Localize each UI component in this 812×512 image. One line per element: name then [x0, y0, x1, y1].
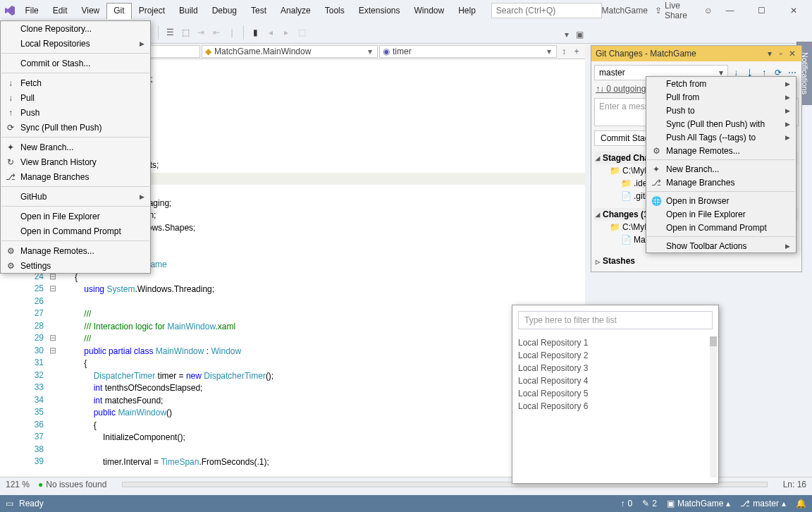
crumb-class[interactable]: ◆ MatchGame.MainWindow ▾: [202, 45, 378, 58]
git-menu-item[interactable]: Commit or Stash...: [1, 56, 150, 71]
git-ctx-item[interactable]: Fetch from▶: [646, 77, 796, 90]
search-input[interactable]: Search (Ctrl+Q): [491, 3, 602, 18]
git-menu-item[interactable]: Open in Command Prompt: [1, 224, 150, 238]
git-menu-item[interactable]: GitHub▶: [1, 189, 150, 204]
git-menu: Clone Repository...Local Repositories▶Co…: [0, 20, 151, 274]
menu-icon: ⚙: [5, 261, 16, 271]
menu-git[interactable]: Git: [106, 3, 131, 19]
repo-filter-input[interactable]: Type here to filter the list: [518, 311, 713, 329]
menu-test[interactable]: Test: [244, 3, 273, 18]
vs-logo: [3, 2, 16, 19]
git-menu-item[interactable]: ↓Fetch: [1, 75, 150, 90]
menu-edit[interactable]: Edit: [46, 3, 75, 18]
tool-icon[interactable]: ☰: [163, 25, 177, 39]
stashes-header[interactable]: Stashes: [594, 253, 799, 269]
git-menu-item[interactable]: Open in File Explorer: [1, 209, 150, 224]
git-ctx-item[interactable]: ⎇Manage Branches: [646, 176, 796, 189]
notifications-icon[interactable]: 🔔: [796, 499, 806, 508]
crumb-member[interactable]: ◉ timer ▾: [379, 45, 557, 58]
git-menu-item[interactable]: ⎇Manage Branches: [1, 169, 150, 184]
git-menu-item[interactable]: Local Repositories▶: [1, 36, 150, 51]
menu-window[interactable]: Window: [407, 3, 451, 18]
git-menu-item[interactable]: ⚙Manage Remotes...: [1, 243, 150, 258]
menu-icon: ⚙: [5, 246, 16, 256]
menu-icon: ↻: [5, 157, 16, 167]
menu-view[interactable]: View: [74, 3, 106, 18]
menu-tools[interactable]: Tools: [318, 3, 352, 18]
menu-debug[interactable]: Debug: [205, 3, 244, 18]
tool-icon[interactable]: ▸: [279, 25, 293, 39]
live-share-button[interactable]: ⇪ Live Share: [648, 1, 703, 20]
chevron-right-icon: ▶: [785, 107, 790, 114]
scrollbar[interactable]: [710, 336, 717, 477]
menu-project[interactable]: Project: [132, 3, 172, 18]
close-icon[interactable]: ✕: [787, 49, 797, 59]
split-horiz-icon[interactable]: ↕: [558, 46, 570, 57]
tool-icon[interactable]: ⬚: [178, 25, 192, 39]
pin-icon[interactable]: ▫: [776, 49, 786, 59]
git-ctx-item[interactable]: Push to▶: [646, 104, 796, 117]
git-menu-item[interactable]: Clone Repository...: [1, 21, 150, 36]
tool-icon[interactable]: |: [225, 25, 239, 39]
menu-analyze[interactable]: Analyze: [273, 3, 318, 18]
menu-help[interactable]: Help: [451, 3, 483, 18]
chevron-right-icon: ▶: [785, 121, 790, 128]
file-icon: 📄: [621, 191, 631, 201]
repo-item[interactable]: Local Repository 4: [518, 374, 713, 387]
menu-icon: ⎇: [651, 178, 662, 188]
repo-item[interactable]: Local Repository 3: [518, 362, 713, 374]
git-menu-item[interactable]: ↓Pull: [1, 90, 150, 105]
git-ctx-item[interactable]: Push All Tags (--tags) to▶: [646, 130, 796, 144]
git-menu-item[interactable]: ↻View Branch History: [1, 154, 150, 169]
git-menu-item[interactable]: ↑Push: [1, 105, 150, 120]
menu-file[interactable]: File: [18, 3, 45, 18]
pin-icon[interactable]: ▣: [574, 29, 585, 40]
bookmark-icon[interactable]: ▮: [248, 25, 262, 39]
menu-icon: ⚙: [651, 146, 662, 156]
tool-icon[interactable]: ⇥: [194, 25, 208, 39]
window-title: MatchGame: [602, 6, 648, 16]
dropdown-icon[interactable]: ▾: [765, 49, 775, 59]
git-menu-item[interactable]: ⟳Sync (Pull then Push): [1, 120, 150, 135]
repo-item[interactable]: Local Repository 6: [518, 400, 713, 413]
chevron-right-icon: ▶: [785, 80, 790, 87]
file-icon: 📁: [610, 222, 620, 232]
menu-build[interactable]: Build: [172, 3, 205, 18]
chevron-right-icon: ▶: [785, 243, 790, 250]
git-changes-title: Git Changes - MatchGame ▾ ▫ ✕: [591, 46, 801, 61]
repo-item[interactable]: Local Repository 2: [518, 349, 713, 362]
git-ctx-item[interactable]: 🌐Open in Browser: [646, 194, 796, 207]
zoom-level[interactable]: 121 %: [6, 480, 30, 489]
tool-icon[interactable]: ⬚: [295, 25, 309, 39]
tool-icon[interactable]: ⇤: [209, 25, 223, 39]
add-icon[interactable]: +: [571, 46, 582, 57]
code-content[interactable]: ;.Collections.Generic;.Linq;.Text;.Threa…: [75, 59, 585, 480]
close-button[interactable]: ✕: [777, 0, 809, 21]
menu-extensions[interactable]: Extensions: [352, 3, 407, 18]
feedback-icon[interactable]: ▭: [6, 499, 13, 508]
split-icon[interactable]: ▾: [561, 29, 572, 40]
project-indicator[interactable]: ▣ MatchGame ▴: [667, 499, 730, 508]
branch-indicator[interactable]: ⎇ master ▴: [740, 499, 786, 508]
repo-item[interactable]: Local Repository 5: [518, 387, 713, 400]
git-ctx-item[interactable]: Pull from▶: [646, 90, 796, 104]
maximize-button[interactable]: ☐: [746, 0, 777, 21]
user-icon[interactable]: ☺: [703, 6, 714, 16]
tool-icon[interactable]: ◂: [264, 25, 278, 39]
git-ctx-item[interactable]: ⚙Manage Remotes...: [646, 144, 796, 157]
issues-indicator[interactable]: ●No issues found: [38, 480, 106, 489]
git-menu-item[interactable]: ⚙Settings: [1, 258, 150, 273]
git-ctx-item[interactable]: ✦New Branch...: [646, 162, 796, 176]
git-ctx-item[interactable]: Sync (Pull then Push) with▶: [646, 117, 796, 130]
minimize-button[interactable]: —: [714, 0, 746, 21]
file-icon: 📁: [610, 166, 620, 176]
file-icon: 📁: [621, 178, 631, 188]
outgoing-count[interactable]: ↑ 0: [621, 499, 633, 508]
chevron-right-icon: ▶: [785, 94, 790, 101]
git-ctx-item[interactable]: Open in File Explorer: [646, 207, 796, 221]
changes-count[interactable]: ✎ 2: [642, 499, 657, 508]
repo-item[interactable]: Local Repository 1: [518, 336, 713, 349]
git-menu-item[interactable]: ✦New Branch...: [1, 140, 150, 154]
git-ctx-item[interactable]: Open in Command Prompt: [646, 221, 796, 234]
git-ctx-item[interactable]: Show Toolbar Actions▶: [646, 239, 796, 252]
